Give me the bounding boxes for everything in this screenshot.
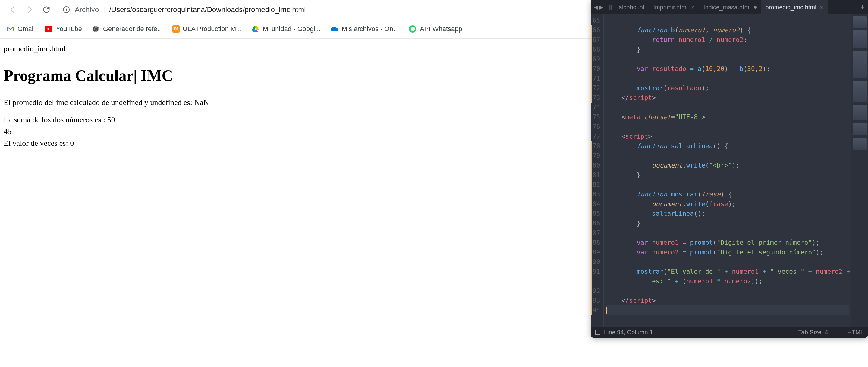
address-path: /Users/oscarguerreroquintana/Downloads/p…	[109, 5, 306, 14]
youtube-icon	[44, 25, 53, 33]
tabs-prev-icon[interactable]: ◀	[594, 4, 598, 10]
line-number: 76	[592, 122, 600, 132]
tab-promedio-imc[interactable]: promedio_imc.html ✕	[761, 0, 828, 15]
text-cursor	[606, 307, 607, 314]
forward-button[interactable]	[23, 3, 36, 16]
line-number: 94	[592, 305, 600, 315]
line-number: 90	[592, 257, 600, 267]
line-number: 79	[592, 151, 600, 161]
code-area[interactable]: function b(numero1, numero2) { return nu…	[604, 15, 851, 327]
gdrive-icon	[251, 25, 260, 33]
bookmark-label: API Whatsapp	[420, 25, 462, 33]
bookmark-whatsapp[interactable]: API Whatsapp	[408, 25, 462, 33]
bookmarks-bar: Gmail YouTube Generador de refe... m ULA…	[0, 19, 591, 39]
globe-icon	[92, 25, 100, 33]
tabs-nav: ◀ ▶	[591, 0, 607, 15]
line-number: 92	[592, 286, 600, 296]
bookmark-label: YouTube	[56, 25, 82, 33]
address-scheme-label: Archivo	[75, 5, 99, 14]
tab-label: promedio_imc.html	[766, 4, 816, 11]
line-number: 71	[592, 74, 600, 83]
page-line: 45	[4, 125, 587, 137]
line-number: 81	[592, 170, 600, 180]
line-number: 67	[592, 35, 600, 45]
line-number: 91	[592, 267, 600, 277]
address-divider: |	[103, 5, 105, 14]
page-line: El valor de veces es: 0	[4, 137, 587, 149]
page-content: promedio_imc.html Programa Calcular| IMC…	[0, 39, 591, 153]
reload-button[interactable]	[40, 3, 53, 16]
tab-label: Imprimir.html	[653, 4, 687, 11]
line-number: 77	[592, 132, 600, 141]
page-line: La suma de los dos números es : 50	[4, 114, 587, 125]
page-line: El promedio del imc calculado de undefin…	[4, 96, 587, 108]
onedrive-icon	[330, 25, 339, 33]
bookmark-gmail[interactable]: Gmail	[6, 25, 35, 33]
line-gutter: 65 66 67 68 69 70 71 72 73 74 75 76 77 7…	[591, 15, 604, 327]
close-icon[interactable]: ✕	[819, 4, 824, 10]
dirty-indicator-icon	[754, 6, 757, 9]
whatsapp-icon	[408, 25, 417, 33]
bookmark-onedrive[interactable]: Mis archivos - On...	[330, 25, 399, 33]
line-number: 72	[592, 83, 600, 93]
line-number: 70	[592, 64, 600, 74]
line-number: 69	[592, 54, 600, 64]
close-icon[interactable]: ✕	[691, 4, 695, 10]
info-icon[interactable]	[62, 5, 70, 14]
code-editor-window: ◀ ▶ ||||| alcohol.ht Imprimir.html ✕ Ind…	[591, 0, 868, 338]
svg-point-4	[93, 26, 99, 32]
line-number: 89	[592, 248, 600, 257]
bookmark-label: Gmail	[18, 25, 35, 33]
tab-indice-masa[interactable]: Indice_masa.html	[699, 0, 761, 15]
back-button[interactable]	[6, 3, 19, 16]
address-bar[interactable]: Archivo | /Users/oscarguerreroquintana/D…	[57, 3, 585, 16]
svg-point-2	[66, 7, 67, 8]
line-number: 65	[592, 16, 600, 25]
bookmark-generador[interactable]: Generador de refe...	[92, 25, 163, 33]
editor-body: 65 66 67 68 69 70 71 72 73 74 75 76 77 7…	[591, 15, 868, 327]
tab-label: Indice_masa.html	[704, 4, 751, 11]
line-number: 88	[592, 238, 600, 248]
tabs-divider-icon[interactable]: |||||	[607, 0, 615, 15]
line-number: 85	[592, 209, 600, 219]
tab-label: alcohol.ht	[619, 4, 645, 11]
bookmark-youtube[interactable]: YouTube	[44, 25, 82, 33]
line-number: 83	[592, 190, 600, 199]
new-tab-button[interactable]: +	[857, 0, 868, 15]
line-number: 87	[592, 228, 600, 238]
bookmark-ula[interactable]: m ULA Production M...	[173, 25, 242, 33]
line-number: 80	[592, 161, 600, 170]
page-heading: Programa Calcular| IMC	[4, 67, 587, 85]
line-number: 78	[592, 141, 600, 151]
bookmark-label: Generador de refe...	[103, 25, 163, 33]
line-number: 93	[592, 296, 600, 305]
status-tabsize[interactable]: Tab Size: 4	[798, 329, 828, 336]
line-number: 82	[592, 180, 600, 190]
browser-toolbar: Archivo | /Users/oscarguerreroquintana/D…	[0, 0, 591, 19]
bookmark-label: ULA Production M...	[183, 25, 242, 33]
line-number: 86	[592, 219, 600, 228]
panel-toggle-icon[interactable]	[595, 330, 600, 335]
status-bar: Line 94, Column 1 Tab Size: 4 HTML	[591, 327, 868, 338]
bookmark-label: Mi unidad - Googl...	[263, 25, 321, 33]
bookmark-gdrive[interactable]: Mi unidad - Googl...	[251, 25, 321, 33]
line-number: 73	[592, 93, 600, 103]
minimap[interactable]	[851, 15, 868, 327]
status-language[interactable]: HTML	[847, 329, 864, 336]
page-filename: promedio_imc.html	[4, 43, 587, 55]
editor-tabs: ◀ ▶ ||||| alcohol.ht Imprimir.html ✕ Ind…	[591, 0, 868, 15]
browser-window: Archivo | /Users/oscarguerreroquintana/D…	[0, 0, 591, 367]
line-number: 74	[592, 103, 600, 112]
line-number	[592, 277, 600, 286]
tab-imprimir[interactable]: Imprimir.html ✕	[649, 0, 699, 15]
gmail-icon	[6, 25, 14, 33]
line-number: 84	[592, 199, 600, 209]
tabs-next-icon[interactable]: ▶	[599, 4, 603, 10]
line-number: 68	[592, 45, 600, 54]
tab-alcohol[interactable]: alcohol.ht	[615, 0, 649, 15]
line-number: 75	[592, 112, 600, 122]
bookmark-label: Mis archivos - On...	[342, 25, 399, 33]
line-number: 66	[592, 25, 600, 35]
ula-icon: m	[173, 25, 180, 33]
status-position[interactable]: Line 94, Column 1	[604, 329, 653, 336]
